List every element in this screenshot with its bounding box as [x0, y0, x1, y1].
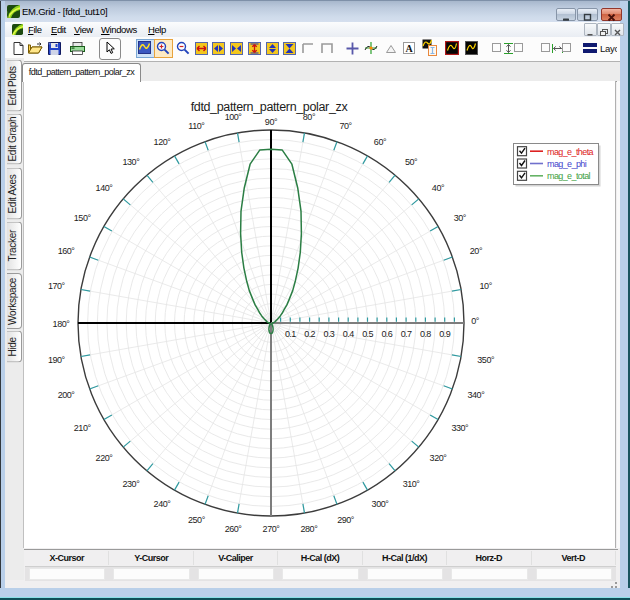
svg-text:30°: 30°: [454, 213, 467, 223]
svg-text:20°: 20°: [470, 246, 483, 256]
svg-text:340°: 340°: [467, 390, 485, 400]
svg-text:140°: 140°: [96, 183, 114, 193]
svg-text:250°: 250°: [188, 515, 206, 525]
svg-text:280°: 280°: [300, 524, 318, 534]
svg-text:160°: 160°: [58, 246, 76, 256]
svg-text:0.2: 0.2: [304, 329, 315, 339]
svg-text:350°: 350°: [477, 355, 495, 365]
svg-text:A: A: [405, 43, 413, 54]
svg-text:0.4: 0.4: [343, 329, 354, 339]
svg-text:0°: 0°: [471, 316, 480, 326]
svg-text:230°: 230°: [122, 479, 140, 489]
svg-text:60°: 60°: [374, 137, 387, 147]
svg-text:170°: 170°: [48, 281, 66, 291]
svg-text:260°: 260°: [225, 524, 243, 534]
svg-text:0.3: 0.3: [324, 329, 335, 339]
svg-text:180°: 180°: [53, 319, 71, 329]
svg-text:fdtd_pattern_pattern_polar_zx: fdtd_pattern_pattern_polar_zx: [191, 100, 349, 114]
svg-text:0.8: 0.8: [420, 329, 431, 339]
svg-text:210°: 210°: [74, 423, 92, 433]
svg-text:120°: 120°: [154, 137, 172, 147]
svg-text:90°: 90°: [265, 117, 278, 127]
svg-text:40°: 40°: [432, 183, 445, 193]
svg-text:220°: 220°: [96, 453, 114, 463]
svg-text:330°: 330°: [451, 423, 469, 433]
svg-text:0.5: 0.5: [362, 329, 373, 339]
svg-text:mag_e_phi: mag_e_phi: [547, 159, 587, 169]
svg-text:mag_e_theta: mag_e_theta: [547, 147, 594, 157]
svg-text:70°: 70°: [339, 121, 352, 131]
svg-text:130°: 130°: [122, 157, 140, 167]
svg-text:50°: 50°: [405, 157, 418, 167]
svg-text:200°: 200°: [58, 390, 76, 400]
svg-text:110°: 110°: [188, 121, 205, 131]
svg-text:310°: 310°: [403, 479, 421, 489]
svg-text:0.6: 0.6: [381, 329, 392, 339]
svg-text:270°: 270°: [263, 524, 281, 534]
svg-text:300°: 300°: [372, 499, 390, 509]
svg-text:0.1: 0.1: [285, 329, 296, 339]
svg-text:290°: 290°: [337, 515, 355, 525]
svg-text:190°: 190°: [48, 355, 66, 365]
svg-text:10°: 10°: [480, 281, 493, 291]
svg-text:0.7: 0.7: [401, 329, 412, 339]
svg-text:mag_e_total: mag_e_total: [547, 171, 591, 181]
svg-text:150°: 150°: [74, 213, 92, 223]
svg-text:240°: 240°: [154, 499, 172, 509]
svg-text:320°: 320°: [430, 453, 448, 463]
svg-text:0.9: 0.9: [439, 329, 450, 339]
